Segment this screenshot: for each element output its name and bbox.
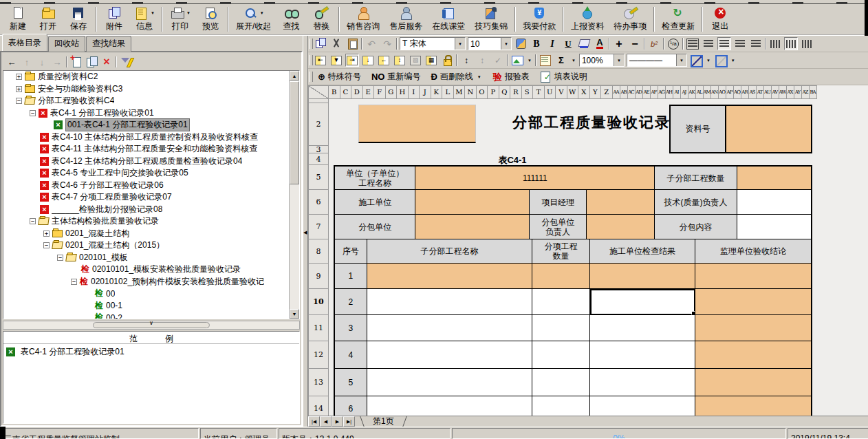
tree-item[interactable]: ×001-表C4-1 分部工程验收记录01	[3, 119, 289, 131]
tree-item[interactable]: −0201_混凝土结构（2015）	[3, 239, 289, 252]
clear-format-button[interactable]: ✓	[491, 54, 505, 67]
seq-cell[interactable]: 4	[335, 341, 367, 369]
active-cell[interactable]	[590, 289, 695, 315]
align-justify-button[interactable]	[686, 37, 699, 50]
line-spacing-button[interactable]: ↕	[459, 54, 473, 67]
row-header[interactable]: 2	[308, 103, 329, 146]
strikeline-button[interactable]: Đ画删除线▼	[426, 71, 486, 83]
column-header[interactable]: L	[442, 85, 454, 99]
data-cell[interactable]	[590, 341, 695, 369]
shading-button[interactable]	[714, 54, 728, 67]
column-header[interactable]: AS	[749, 85, 757, 99]
tech-quality-head-label[interactable]: 技术(质量)负责人	[655, 190, 737, 215]
construction-unit-label[interactable]: 施工单位	[335, 190, 415, 215]
tree-item[interactable]: −检02010102_预制构件模板安装检验批质量验收记	[3, 276, 289, 288]
column-header[interactable]: AD	[636, 85, 643, 99]
column-header[interactable]: AU	[764, 85, 772, 99]
align-right-button[interactable]	[733, 37, 747, 50]
tips-collection-button[interactable]: 技巧集锦	[470, 4, 512, 34]
example-item[interactable]: ×表C4-1 分部工程验收记录01	[3, 344, 299, 360]
tree-item[interactable]: ×表C4-6 子分部工程验收记录06	[3, 180, 289, 192]
row-header[interactable]: 14	[308, 396, 329, 416]
dropdown-arrow-icon[interactable]: ▼	[455, 38, 465, 50]
dropdown-arrow-icon[interactable]: ▼	[260, 11, 264, 15]
column-header[interactable]: AC	[628, 85, 636, 99]
font-color-button[interactable]: A	[593, 37, 607, 50]
sub-division-count-value[interactable]	[737, 167, 811, 190]
align-left-button[interactable]	[702, 37, 715, 50]
data-cell[interactable]	[367, 264, 533, 289]
online-class-button[interactable]: 在线课堂	[427, 4, 470, 34]
row-header[interactable]: 4	[308, 153, 329, 165]
doc-no-value-cell[interactable]	[726, 106, 811, 152]
expander-icon[interactable]: +	[43, 231, 50, 237]
data-cell[interactable]	[590, 369, 695, 396]
renumber-button[interactable]: NO重新编号	[367, 71, 425, 83]
nav-down-button[interactable]: ↓	[36, 56, 48, 68]
merge-cells-button[interactable]: ▼	[329, 54, 343, 67]
align-distribute-button[interactable]	[749, 37, 763, 50]
project-manager-value[interactable]	[587, 190, 655, 215]
expander-icon[interactable]: −	[30, 218, 36, 224]
subcontract-content-value[interactable]	[737, 215, 811, 239]
print-button[interactable]: ▼打印	[165, 4, 195, 34]
data-cell[interactable]	[590, 396, 695, 416]
data-cell[interactable]	[695, 396, 811, 416]
seq-cell[interactable]: 1	[335, 264, 367, 289]
doc-no-label[interactable]: 资料号	[671, 106, 726, 152]
prev-page-button[interactable]: ◀	[320, 416, 332, 427]
copy-node-button[interactable]	[85, 56, 98, 68]
expander-icon[interactable]: −	[71, 279, 77, 285]
dropdown-arrow-icon[interactable]: ▼	[186, 11, 191, 15]
column-header[interactable]: AX	[787, 85, 794, 99]
column-header[interactable]: Q	[499, 85, 511, 99]
italic-button[interactable]: I	[545, 37, 559, 50]
data-cell[interactable]	[367, 369, 533, 396]
cut-icon[interactable]	[329, 37, 343, 50]
column-header[interactable]: AT	[757, 85, 764, 99]
column-header[interactable]: W	[567, 85, 579, 99]
data-cell[interactable]	[590, 264, 695, 289]
panel-splitter[interactable]: ◀	[303, 36, 308, 427]
column-header[interactable]: V	[556, 85, 567, 99]
increase-size-button[interactable]: +	[612, 37, 626, 50]
tree-horizontal-scrollbar[interactable]: ∨	[3, 321, 300, 330]
row-header[interactable]: 11	[308, 315, 329, 341]
column-header[interactable]: AR	[741, 85, 749, 99]
subcontractor-label[interactable]: 分包单位	[335, 215, 415, 239]
column-header[interactable]: B	[329, 85, 340, 99]
delete-node-button[interactable]: ×	[100, 56, 113, 68]
expander-icon[interactable]: +	[16, 86, 22, 92]
column-header[interactable]: AZ	[802, 85, 810, 99]
column-header[interactable]: AO	[719, 85, 726, 99]
tech-quality-head-value[interactable]	[737, 190, 811, 215]
column-header[interactable]: AA	[613, 85, 620, 99]
column-header[interactable]: AI	[673, 85, 681, 99]
tree-item[interactable]: −020101_模板	[3, 252, 289, 264]
inspection-form-button[interactable]: 验报验表	[489, 71, 534, 83]
expander-icon[interactable]: −	[57, 255, 63, 261]
column-header[interactable]: E	[363, 85, 375, 99]
expander-icon[interactable]: −	[43, 242, 50, 248]
superscript-button[interactable]: b²	[647, 37, 661, 50]
row-header[interactable]: 8	[308, 239, 329, 264]
column-header[interactable]: Z	[601, 85, 613, 99]
data-cell[interactable]	[590, 315, 695, 341]
scroll-down-button[interactable]: ▼	[290, 309, 299, 319]
column-header[interactable]: AK	[688, 85, 696, 99]
column-header[interactable]: AV	[772, 85, 779, 99]
tree-item[interactable]: 检02010101_模板安装检验批质量验收记录	[3, 264, 289, 276]
filter-button[interactable]	[120, 56, 132, 68]
column-header[interactable]: AQ	[734, 85, 741, 99]
column-header[interactable]: AB	[620, 85, 628, 99]
split-cell-down-button[interactable]: ↓	[361, 54, 375, 67]
construction-unit-value[interactable]	[415, 190, 530, 215]
column-header[interactable]: S	[522, 85, 534, 99]
column-header[interactable]: F	[374, 85, 386, 99]
data-cell[interactable]	[367, 341, 533, 369]
row-header[interactable]: 13	[308, 369, 329, 396]
column-header[interactable]: N	[465, 85, 477, 99]
splitter-collapse-icon[interactable]: ◀	[303, 230, 307, 235]
column-header[interactable]: AJ	[681, 85, 688, 99]
fraction-button[interactable]: ¹/a	[666, 37, 680, 50]
